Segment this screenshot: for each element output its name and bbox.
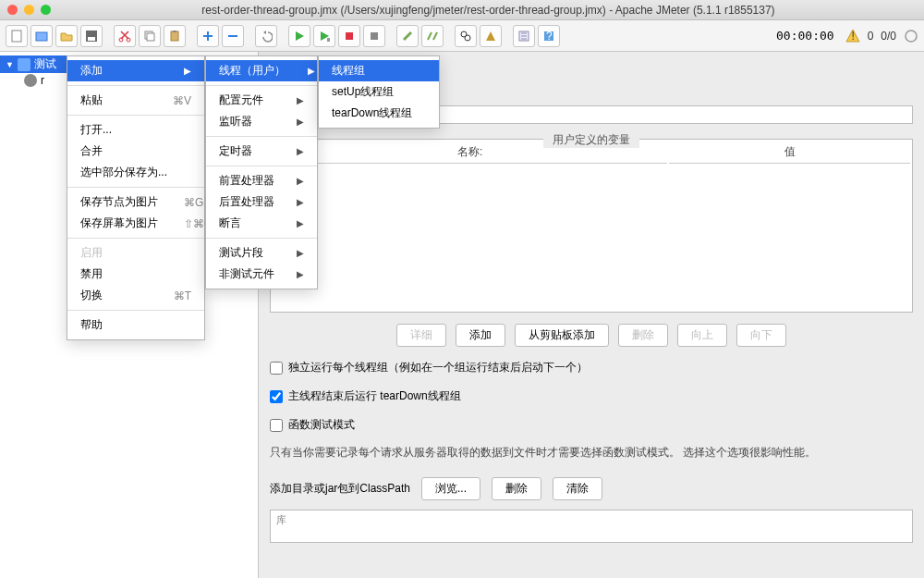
copy-button[interactable]: [139, 25, 161, 47]
library-list[interactable]: 库: [270, 510, 913, 543]
chk-teardown-label: 主线程结束后运行 tearDown线程组: [288, 388, 461, 404]
elapsed-timer: 00:00:00: [772, 27, 838, 44]
sub-thread-user[interactable]: 线程（用户）▶: [206, 60, 317, 81]
chevron-right-icon: ▶: [308, 66, 315, 76]
start-notimers-button[interactable]: [313, 25, 335, 47]
sub-tg[interactable]: 线程组: [319, 60, 439, 81]
sub-listener[interactable]: 监听器▶: [206, 111, 317, 132]
sub-teardown[interactable]: tearDown线程组: [319, 103, 439, 124]
add-icon[interactable]: [197, 25, 219, 47]
warning-icon: !: [845, 29, 860, 43]
sub-config[interactable]: 配置元件▶: [206, 90, 317, 111]
clear-all-button[interactable]: [421, 25, 444, 47]
stop-button[interactable]: [338, 25, 360, 47]
new-button[interactable]: [6, 25, 28, 47]
sub-timer[interactable]: 定时器▶: [206, 141, 317, 162]
chk-functional[interactable]: [270, 419, 283, 432]
clear-button[interactable]: [396, 25, 419, 47]
thread-count: 0/0: [881, 30, 896, 43]
tree-root-label: 测试: [34, 56, 56, 72]
sub-post[interactable]: 后置处理器▶: [206, 191, 317, 213]
ctx-disable[interactable]: 禁用: [67, 264, 204, 285]
sub-nontest[interactable]: 非测试元件▶: [206, 264, 317, 285]
svg-rect-3: [88, 37, 95, 41]
sub-pre[interactable]: 前置处理器▶: [206, 170, 317, 191]
svg-rect-8: [171, 31, 178, 41]
context-menu: 添加▶ 粘贴⌘V 打开... 合并 选中部分保存为... 保存节点为图片⌘G 保…: [67, 55, 205, 340]
detail-button[interactable]: 详细: [396, 324, 446, 347]
ctx-merge[interactable]: 合并: [67, 141, 204, 162]
ctx-toggle[interactable]: 切换⌘T: [67, 285, 204, 306]
undo-button[interactable]: [255, 25, 277, 47]
testplan-icon: [18, 58, 30, 71]
open-button[interactable]: [55, 25, 78, 47]
cut-button[interactable]: [114, 25, 136, 47]
window-title: rest-order-thread-group.jmx (/Users/xuji…: [60, 4, 917, 17]
chk-functional-label: 函数测试模式: [288, 417, 355, 433]
svg-text:!: !: [851, 30, 854, 43]
status-icon: [904, 29, 918, 43]
svg-rect-0: [12, 31, 21, 42]
submenu-thread: 线程组 setUp线程组 tearDown线程组: [318, 55, 440, 129]
add-clipboard-button[interactable]: 从剪贴板添加: [515, 324, 609, 347]
save-button[interactable]: [80, 25, 103, 47]
reset-search-button[interactable]: [480, 25, 502, 47]
toolbar: ? 00:00:00 ! 0 0/0: [0, 20, 924, 52]
paste-button[interactable]: [164, 25, 186, 47]
svg-rect-1: [36, 32, 47, 41]
minimize-icon[interactable]: [24, 5, 34, 15]
shutdown-button[interactable]: [363, 25, 385, 47]
svg-rect-11: [346, 32, 353, 40]
down-button[interactable]: 向下: [736, 324, 786, 347]
svg-point-19: [906, 31, 917, 42]
clear-cp-button[interactable]: 清除: [553, 477, 602, 500]
svg-rect-12: [371, 32, 378, 40]
content-panel: 用户定义的变量 名称:值 详细 添加 从剪贴板添加 删除 向上 向下 独立运行每…: [259, 52, 924, 578]
sub-setup[interactable]: setUp线程组: [319, 81, 439, 103]
delete-cp-button[interactable]: 删除: [492, 477, 541, 500]
start-button[interactable]: [288, 25, 310, 47]
add-button[interactable]: 添加: [456, 324, 505, 347]
chk-serial-label: 独立运行每个线程组（例如在一个组运行结束后启动下一个）: [288, 360, 588, 375]
chevron-right-icon: ▶: [184, 66, 191, 76]
ctx-open[interactable]: 打开...: [67, 119, 204, 141]
close-icon[interactable]: [7, 5, 18, 15]
warn-count: 0: [868, 30, 874, 43]
chk-teardown[interactable]: [270, 390, 283, 403]
functional-note: 只有当你需要记录每个请求从服务器取得的数据到文件时才需要选择函数测试模式。 选择…: [270, 444, 913, 461]
browse-button[interactable]: 浏览...: [421, 477, 480, 500]
vars-title: 用户定义的变量: [543, 132, 639, 148]
remove-icon[interactable]: [222, 25, 244, 47]
help-button[interactable]: ?: [538, 25, 560, 47]
ctx-help[interactable]: 帮助: [67, 314, 204, 336]
classpath-label: 添加目录或jar包到ClassPath: [270, 481, 410, 497]
submenu-add: 线程（用户）▶ 配置元件▶ 监听器▶ 定时器▶ 前置处理器▶ 后置处理器▶ 断言…: [205, 55, 318, 289]
ctx-add[interactable]: 添加▶: [67, 60, 204, 81]
svg-rect-9: [173, 31, 176, 32]
ctx-save-node-img[interactable]: 保存节点为图片⌘G: [67, 191, 204, 213]
delete-button[interactable]: 删除: [618, 324, 668, 347]
up-button[interactable]: 向上: [677, 324, 727, 347]
ctx-save-screen-img[interactable]: 保存屏幕为图片⇧⌘G: [67, 213, 204, 234]
maximize-icon[interactable]: [41, 5, 51, 15]
ctx-paste[interactable]: 粘贴⌘V: [67, 90, 204, 111]
ctx-enable: 启用: [67, 242, 204, 264]
vars-box: 用户定义的变量 名称:值: [270, 139, 913, 313]
sub-assert[interactable]: 断言▶: [206, 213, 317, 234]
sub-frag[interactable]: 测试片段▶: [206, 242, 317, 264]
thread-icon: [24, 74, 37, 87]
svg-rect-10: [327, 38, 330, 42]
search-icon[interactable]: [455, 25, 477, 47]
svg-text:?: ?: [546, 30, 553, 43]
titlebar: rest-order-thread-group.jmx (/Users/xuji…: [0, 0, 924, 20]
ctx-save-sel[interactable]: 选中部分保存为...: [67, 162, 204, 183]
chk-serial[interactable]: [270, 362, 283, 375]
tree-child-label: r: [41, 74, 44, 87]
templates-button[interactable]: [30, 25, 53, 47]
function-helper-button[interactable]: [513, 25, 535, 47]
svg-point-14: [465, 35, 470, 41]
col-value: 值: [669, 141, 910, 164]
svg-rect-7: [147, 33, 154, 41]
